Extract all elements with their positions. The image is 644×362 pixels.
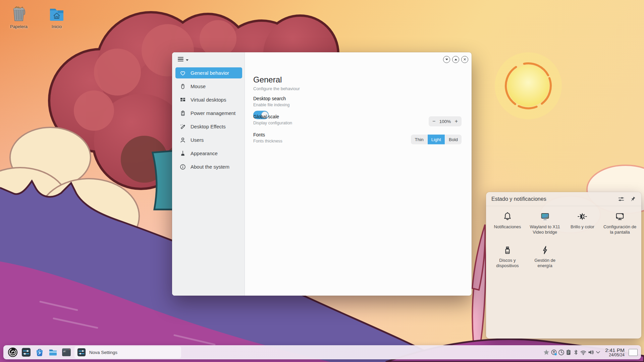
maximize-icon [454,59,457,60]
clock-time: 2:41 PM [605,347,625,353]
sidebar-nav: General behavior Mouse Virtual desktops [172,67,245,175]
sidebar-item-general-behavior[interactable]: General behavior [175,67,242,78]
sidebar-item-users[interactable]: Users [175,134,242,145]
tray-clipboard[interactable] [565,349,572,356]
pinned-terminal-button[interactable]: #! [60,346,73,358]
minimize-icon [445,59,448,60]
popup-item-notifications[interactable]: Notificaciones [489,212,526,235]
magic-wand-icon [179,123,186,130]
video-bridge-icon [540,212,550,222]
task-label: Nova Settings [89,350,117,355]
taskbar-task-nova-settings[interactable]: Nova Settings [74,346,181,358]
chevron-down-icon [186,59,189,61]
pin-icon[interactable] [630,196,636,202]
info-icon [179,164,186,170]
tray-volume[interactable] [587,349,594,356]
user-icon [179,137,186,143]
svg-text:#!: #! [63,350,66,353]
setting-row-fonts: Fonts Fonts thickness Thin Light Bold [253,132,462,147]
settings-window: General behavior Mouse Virtual desktops [172,52,472,296]
mouse-icon [179,83,186,90]
app-launcher-button[interactable] [6,346,19,358]
font-thin-button[interactable]: Thin [411,135,427,144]
sidebar-item-desktop-effects[interactable]: Desktop Effects [175,121,242,132]
desktop-icon-trash[interactable]: Papelera [3,5,35,29]
maximize-button[interactable] [452,56,459,63]
minimize-button[interactable] [443,56,450,63]
settings-content: ✕ General Configure the behaviour Deskto… [245,52,472,296]
heart-icon [179,70,186,76]
popup-item-video-bridge[interactable]: Wayland to X11 Video bridge [526,212,564,235]
pinned-discover-button[interactable] [33,346,46,358]
brush-icon [179,150,186,157]
font-light-button[interactable]: Light [428,135,445,144]
volume-icon [587,349,594,356]
terminal-icon: #! [62,348,71,357]
sidebar-item-appearance[interactable]: Appearance [175,148,242,159]
page-subtitle: Configure the behaviour [253,86,300,91]
tray-updates[interactable] [550,349,557,356]
settings-app-icon [21,348,31,357]
tray-wifi[interactable] [580,349,587,356]
hamburger-icon [178,57,183,62]
sidebar-item-about[interactable]: About the system [175,161,242,172]
trash-icon [10,5,28,23]
desktop-icon-home[interactable]: Inicio [41,5,73,29]
clock-icon [558,349,565,356]
home-folder-icon [48,5,66,23]
page-title: General [253,75,282,84]
energy-bolt-icon [540,245,550,255]
usb-drive-icon [502,245,513,255]
settings-app-icon [77,348,86,357]
global-scale-spinbox: − 100% + [429,116,462,126]
popup-item-disks-devices[interactable]: Discos y dispositivos [489,245,526,268]
popup-item-brightness-color[interactable]: Brillo y color [564,212,601,235]
setting-row-desktop-search: Desktop search Enable file indexing [253,96,462,111]
pinned-settings-button[interactable] [19,346,33,358]
sidebar-item-mouse[interactable]: Mouse [175,81,242,92]
discover-store-icon [35,348,44,357]
tray-bluetooth[interactable] [572,349,580,356]
popup-item-power-management[interactable]: Gestión de energía [526,245,564,268]
tray-expand-arrow[interactable] [594,349,602,356]
desktop-icon-label: Papelera [3,24,35,29]
font-thickness-segmented: Thin Light Bold [411,135,462,144]
setting-row-global-scale: Global scale Display configuration − 100… [253,114,462,129]
taskbar: #! Nova Settings [3,345,641,359]
sidebar-item-power-management[interactable]: Power management [175,108,242,119]
popup-title: Estado y notificaciones [491,196,618,202]
popup-item-display-config[interactable]: Configuración de la pantalla [601,212,639,235]
tray-favorites[interactable] [543,349,550,356]
font-bold-button[interactable]: Bold [445,135,462,144]
display-settings-icon [615,212,625,222]
star-icon [543,349,550,356]
menu-button[interactable] [178,57,191,62]
popup-grid: Notificaciones Wayland to X11 Video brid… [489,212,639,268]
decrease-button[interactable]: − [432,119,435,124]
configure-icon[interactable] [618,196,625,202]
wifi-icon [580,349,587,356]
digital-clock[interactable]: 2:41 PM 24/05/24 [605,347,625,357]
scale-value: 100% [439,119,451,124]
brightness-icon [577,212,587,222]
chevron-down-icon [595,349,601,356]
bell-icon [502,212,513,222]
sidebar: General behavior Mouse Virtual desktops [172,52,245,296]
show-desktop-button[interactable] [629,349,638,356]
close-icon: ✕ [463,58,466,61]
increase-button[interactable]: + [455,119,458,124]
opensuse-logo-icon [8,347,18,357]
close-button[interactable]: ✕ [461,56,468,63]
clock-date: 24/05/24 [605,353,625,357]
desktop-icon-label: Inicio [41,24,73,29]
sidebar-item-virtual-desktops[interactable]: Virtual desktops [175,94,242,105]
clipboard-icon [565,349,572,356]
pinned-files-button[interactable] [46,346,60,358]
titlebar-buttons: ✕ [443,56,468,63]
grid-icon [179,97,186,103]
folder-icon [48,348,58,357]
updates-icon [550,349,557,356]
bluetooth-icon [573,349,579,356]
popup-header: Estado y notificaciones [486,192,641,206]
tray-clock-widget[interactable] [557,349,565,356]
